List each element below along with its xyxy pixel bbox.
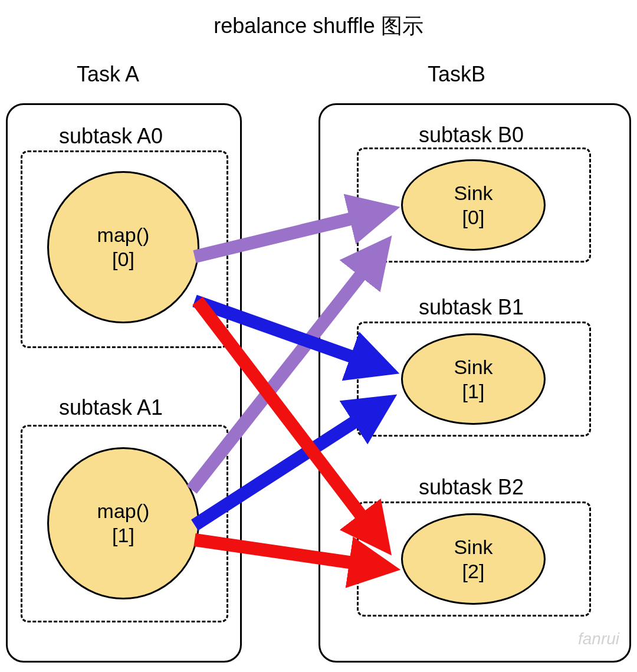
map0-line2: [0]: [112, 247, 134, 271]
task-a-label: Task A: [77, 62, 139, 87]
map1-line2: [1]: [112, 523, 134, 548]
diagram-container: rebalance shuffle 图示 Task A TaskB subtas…: [0, 0, 637, 672]
sink1-line1: Sink: [454, 355, 492, 379]
sink2-line1: Sink: [454, 535, 492, 559]
sink2-line2: [2]: [462, 559, 485, 584]
sink0-line1: Sink: [454, 181, 492, 205]
map-node-1: map() [1]: [47, 447, 199, 599]
map-node-0: map() [0]: [47, 171, 199, 323]
map1-line1: map(): [97, 499, 150, 523]
subtask-a0-label: subtask A0: [59, 124, 163, 149]
watermark: fanrui: [578, 630, 619, 648]
map0-line1: map(): [97, 223, 150, 247]
sink0-line2: [0]: [462, 205, 485, 230]
subtask-b0-label: subtask B0: [419, 123, 524, 147]
diagram-title: rebalance shuffle 图示: [0, 12, 637, 41]
subtask-b2-label: subtask B2: [419, 475, 524, 500]
sink-node-2: Sink [2]: [401, 513, 546, 605]
subtask-a1-label: subtask A1: [59, 395, 163, 420]
subtask-b1-label: subtask B1: [419, 295, 524, 320]
sink1-line2: [1]: [462, 379, 485, 404]
task-b-label: TaskB: [428, 62, 485, 87]
sink-node-1: Sink [1]: [401, 333, 546, 425]
sink-node-0: Sink [0]: [401, 159, 546, 251]
